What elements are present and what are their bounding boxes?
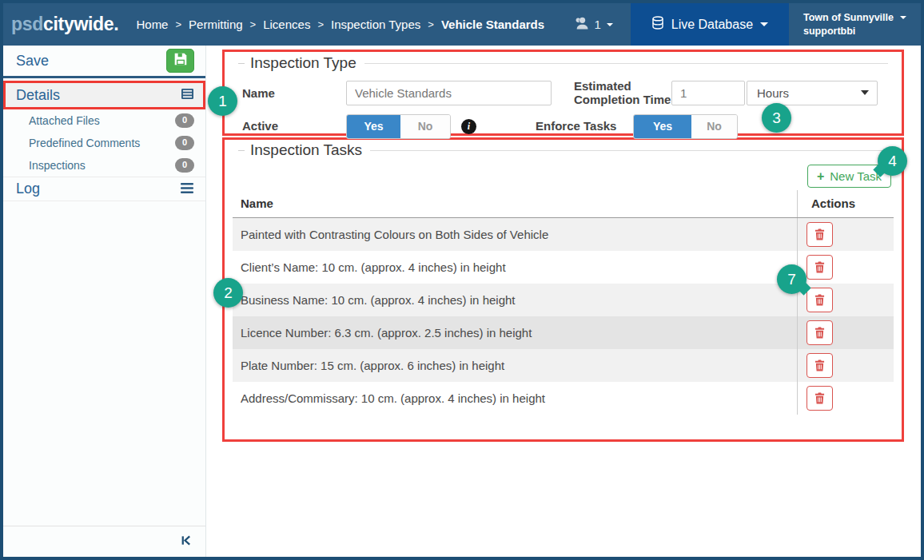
caret-down-icon — [760, 22, 768, 26]
delete-task-button[interactable] — [807, 386, 833, 411]
sidebar-item-inspections[interactable]: Inspections 0 — [3, 154, 205, 177]
main-content: Inspection Type Name Estimated Completio… — [206, 46, 921, 557]
table-row: Licence Number: 6.3 cm. (approx. 2.5 inc… — [233, 316, 894, 349]
session-user-count: 1 — [594, 18, 600, 31]
task-name: Address/Commissary: 10 cm. (approx. 4 in… — [233, 382, 797, 415]
tasks-table-header: Name Actions — [233, 190, 894, 218]
trash-icon — [814, 327, 825, 339]
session-users-dropdown[interactable]: 1 — [557, 3, 630, 46]
annotation-badge-4: 4 — [878, 146, 907, 176]
inspection-tasks-title: Inspection Tasks — [238, 141, 894, 159]
predefined-comments-label: Predefined Comments — [29, 137, 140, 149]
trash-icon — [814, 392, 825, 404]
sidebar-item-details[interactable]: Details — [3, 81, 205, 109]
sidebar-item-predefined-comments[interactable]: Predefined Comments 0 — [3, 132, 205, 154]
live-database-label: Live Database — [671, 18, 753, 32]
annotation-badge-2: 2 — [213, 278, 243, 308]
top-navbar: psdcitywide. Home > Permitting > Licence… — [3, 3, 921, 46]
active-toggle: Yes No — [346, 114, 451, 139]
breadcrumb-separator: > — [175, 18, 181, 30]
task-name: Business Name: 10 cm. (approx. 4 inches)… — [233, 284, 797, 316]
trash-icon — [814, 294, 825, 306]
log-icon — [181, 182, 193, 197]
annotation-badge-3: 3 — [762, 103, 791, 133]
user-icon — [575, 17, 588, 32]
task-name: Client’s Name: 10 cm. (approx. 4 inches)… — [233, 251, 797, 284]
logo-citywide: citywide — [43, 14, 114, 34]
breadcrumb-permitting[interactable]: Permitting — [189, 18, 243, 31]
sidebar-item-save[interactable]: Save — [3, 46, 205, 78]
active-field-label: Active — [238, 119, 346, 133]
attached-files-count-badge: 0 — [175, 113, 194, 127]
delete-task-button[interactable] — [807, 255, 833, 280]
tenant-org: Town of Sunnyville — [803, 11, 894, 25]
trash-icon — [814, 359, 825, 371]
inspection-type-title: Inspection Type — [238, 54, 888, 72]
breadcrumb-current-page: Vehicle Standards — [441, 18, 544, 31]
sidebar-footer — [3, 526, 205, 557]
task-name: Painted with Contrasting Colours on Both… — [233, 218, 797, 251]
column-header-actions: Actions — [797, 190, 894, 217]
inspection-type-section: Inspection Type Name Estimated Completio… — [222, 50, 904, 136]
inspections-count-badge: 0 — [175, 158, 194, 172]
breadcrumb-inspection-types[interactable]: Inspection Types — [331, 18, 420, 31]
delete-task-button[interactable] — [807, 320, 833, 345]
annotation-badge-7: 7 — [777, 264, 807, 294]
sidebar: Save Details Attached Files 0 Predefined… — [3, 46, 206, 557]
name-input[interactable] — [346, 81, 552, 105]
enforce-tasks-yes-button[interactable]: Yes — [634, 115, 691, 138]
new-task-label: New Task — [830, 169, 882, 183]
breadcrumb-home[interactable]: Home — [136, 18, 168, 31]
column-header-name: Name — [233, 197, 797, 217]
collapse-icon — [180, 534, 192, 550]
delete-task-button[interactable] — [807, 353, 833, 378]
tasks-table: Name Actions Painted with Contrasting Co… — [233, 190, 894, 415]
logo-psd: psd — [11, 14, 43, 34]
details-label: Details — [16, 87, 60, 104]
task-name: Licence Number: 6.3 cm. (approx. 2.5 inc… — [233, 316, 797, 349]
table-row: Plate Number: 15 cm. (approx. 6 inches) … — [233, 349, 894, 382]
time-unit-select[interactable]: Hours — [747, 81, 878, 105]
tenant-user-dropdown[interactable]: Town of Sunnyville supportbbi — [789, 3, 921, 46]
caret-down-icon — [900, 16, 906, 19]
inspections-label: Inspections — [29, 159, 86, 172]
caret-down-icon — [607, 23, 613, 26]
chevron-down-icon — [861, 90, 869, 95]
plus-icon: + — [817, 170, 824, 183]
predefined-comments-count-badge: 0 — [175, 136, 194, 149]
database-icon — [651, 16, 664, 34]
breadcrumb-licences[interactable]: Licences — [263, 18, 310, 31]
app-logo: psdcitywide. — [3, 14, 136, 35]
live-database-dropdown[interactable]: Live Database — [631, 3, 789, 46]
save-icon — [173, 52, 188, 70]
estimated-completion-time-label: Estimated Completion Time — [574, 79, 671, 107]
name-field-label: Name — [238, 86, 346, 100]
time-unit-value: Hours — [757, 86, 789, 100]
sidebar-collapse-button[interactable] — [180, 534, 192, 550]
breadcrumb: Home > Permitting > Licences > Inspectio… — [136, 18, 544, 31]
enforce-tasks-label: Enforce Tasks — [536, 119, 633, 133]
annotation-badge-1: 1 — [208, 86, 237, 116]
enforce-tasks-no-button[interactable]: No — [691, 115, 737, 138]
delete-task-button[interactable] — [807, 288, 833, 312]
delete-task-button[interactable] — [807, 222, 833, 247]
trash-icon — [814, 228, 825, 240]
table-row: Address/Commissary: 10 cm. (approx. 4 in… — [233, 382, 894, 415]
app-window: psdcitywide. Home > Permitting > Licence… — [0, 0, 924, 560]
active-no-button[interactable]: No — [400, 115, 450, 138]
table-row: Painted with Contrasting Colours on Both… — [233, 218, 894, 251]
tenant-username: supportbbi — [803, 25, 906, 38]
save-button[interactable] — [166, 49, 194, 73]
active-yes-button[interactable]: Yes — [347, 115, 400, 138]
navbar-right: 1 Live Database Town of Sunnyville suppo… — [557, 3, 921, 46]
save-label: Save — [16, 53, 49, 70]
breadcrumb-separator: > — [428, 18, 434, 30]
sidebar-item-log[interactable]: Log — [3, 177, 205, 201]
info-icon[interactable]: i — [461, 119, 476, 134]
trash-icon — [814, 261, 825, 273]
enforce-tasks-toggle: Yes No — [633, 114, 738, 139]
sidebar-item-attached-files[interactable]: Attached Files 0 — [3, 109, 205, 132]
estimated-completion-time-input[interactable] — [671, 81, 745, 105]
task-name: Plate Number: 15 cm. (approx. 6 inches) … — [233, 349, 797, 382]
log-label: Log — [16, 181, 40, 197]
